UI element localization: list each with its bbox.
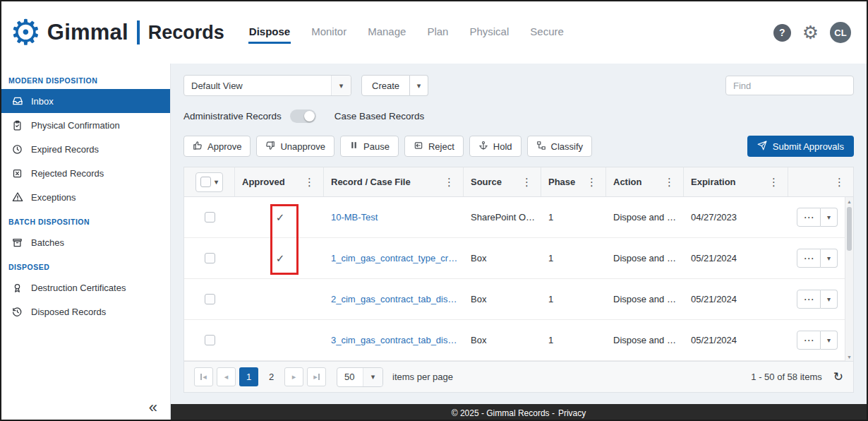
row-more-icon[interactable]: ⋯ (797, 208, 821, 227)
settings-gear-icon[interactable]: ⚙ (802, 23, 819, 42)
scrollbar-thumb[interactable] (847, 207, 852, 251)
pager-prev-button[interactable]: ◂ (217, 367, 236, 386)
column-header-phase[interactable]: Phase ⋮ (541, 167, 606, 196)
column-header-expiration[interactable]: Expiration ⋮ (684, 167, 788, 196)
help-icon[interactable]: ? (773, 24, 791, 42)
row-checkbox[interactable] (205, 253, 215, 263)
phase-cell: 1 (541, 253, 606, 263)
view-select[interactable]: Default View ▾ (183, 75, 351, 96)
table-row: 3_cim_gas_contract_tab_dis… Box 1 Dispos… (184, 320, 845, 361)
classify-button[interactable]: Classify (527, 136, 593, 157)
sidebar-item-batches[interactable]: Batches (1, 230, 170, 254)
create-split-button: Create ▾ (361, 75, 428, 96)
column-menu-icon[interactable]: ⋮ (766, 176, 782, 189)
brand-product: Records (148, 22, 224, 44)
row-menu-group: ⋯ ▾ (797, 208, 838, 227)
case-based-records-label: Case Based Records (334, 111, 425, 121)
column-header-source[interactable]: Source ⋮ (464, 167, 541, 196)
row-menu-caret-icon[interactable]: ▾ (821, 290, 838, 309)
column-menu-icon[interactable]: ⋮ (301, 176, 318, 189)
record-link[interactable]: 1_cim_gas_contract_type_cr… (331, 253, 457, 263)
sidebar-item-rejected-records[interactable]: Rejected Records (1, 161, 170, 185)
select-all-group[interactable]: ▾ (195, 172, 223, 192)
row-menu-caret-icon[interactable]: ▾ (821, 249, 838, 268)
sidebar-item-destruction-certificates[interactable]: Destruction Certificates (1, 275, 170, 300)
certificate-rosette-icon (11, 283, 23, 293)
unapprove-label: Unapprove (280, 141, 325, 152)
reject-button[interactable]: Reject (404, 136, 464, 157)
pager-page-1[interactable]: 1 (239, 367, 258, 386)
footer-copyright: © 2025 - Gimmal Records - (452, 408, 555, 418)
pager-page-2[interactable]: 2 (262, 367, 281, 386)
row-more-icon[interactable]: ⋯ (797, 331, 821, 350)
scroll-up-icon[interactable]: ▲ (845, 197, 853, 206)
column-menu-icon[interactable]: ⋮ (831, 176, 848, 189)
column-menu-icon[interactable]: ⋮ (584, 176, 600, 189)
sidebar-item-inbox[interactable]: Inbox (1, 89, 170, 113)
nav-tab-plan[interactable]: Plan (426, 21, 449, 44)
administrative-records-label: Administrative Records (183, 111, 282, 121)
pager-last-button[interactable]: ▸ (307, 367, 326, 386)
row-more-icon[interactable]: ⋯ (797, 249, 821, 268)
select-all-caret-icon[interactable]: ▾ (215, 178, 218, 186)
hold-button[interactable]: Hold (469, 136, 522, 157)
privacy-link[interactable]: Privacy (558, 408, 586, 418)
row-checkbox[interactable] (205, 335, 215, 345)
page-size-caret-icon[interactable]: ▾ (363, 368, 382, 386)
approve-button[interactable]: Approve (183, 136, 251, 157)
vertical-scrollbar[interactable]: ▲ ▼ (845, 197, 853, 361)
sidebar-item-physical-confirmation[interactable]: Physical Confirmation (1, 113, 170, 137)
page-size-select[interactable]: 50 ▾ (337, 367, 383, 387)
history-icon (11, 307, 23, 317)
refresh-icon[interactable]: ↻ (833, 369, 843, 384)
sidebar-item-disposed-records[interactable]: Disposed Records (1, 300, 170, 324)
prev-icon: ◂ (224, 372, 229, 381)
administrative-records-toggle[interactable] (290, 109, 316, 123)
row-menu-caret-icon[interactable]: ▾ (821, 208, 838, 227)
prev-icon: ◂ (203, 372, 207, 381)
classify-label: Classify (551, 141, 584, 152)
anchor-hold-icon (478, 141, 488, 153)
pager-next-button[interactable]: ▸ (284, 367, 303, 386)
brand-separator (137, 20, 140, 45)
select-all-checkbox[interactable] (200, 177, 211, 187)
approve-label: Approve (207, 141, 241, 152)
scroll-down-icon[interactable]: ▼ (845, 352, 853, 361)
thumbs-up-icon (193, 141, 203, 153)
record-link[interactable]: 3_cim_gas_contract_tab_dis… (331, 335, 457, 345)
nav-tab-dispose[interactable]: Dispose (248, 21, 291, 44)
row-menu-group: ⋯ ▾ (797, 249, 838, 268)
column-header-record[interactable]: Record / Case File ⋮ (324, 167, 464, 196)
toggle-knob (304, 111, 315, 121)
nav-tab-secure[interactable]: Secure (529, 21, 565, 44)
row-menu-caret-icon[interactable]: ▾ (821, 331, 838, 350)
row-checkbox[interactable] (205, 212, 215, 223)
column-menu-icon[interactable]: ⋮ (519, 176, 535, 189)
row-checkbox[interactable] (205, 294, 215, 304)
create-caret-icon[interactable]: ▾ (410, 75, 428, 96)
unapprove-button[interactable]: Unapprove (256, 136, 334, 157)
sidebar-item-exceptions[interactable]: Exceptions (1, 185, 170, 209)
nav-tab-physical[interactable]: Physical (469, 21, 510, 44)
column-menu-icon[interactable]: ⋮ (661, 176, 677, 189)
column-label: Record / Case File (331, 177, 411, 187)
create-button[interactable]: Create (361, 75, 410, 96)
pager-first-button[interactable]: ◂ (194, 367, 213, 386)
column-header-approved[interactable]: Approved ⋮ (235, 167, 324, 196)
column-menu-icon[interactable]: ⋮ (441, 176, 457, 189)
record-link[interactable]: 10-MB-Test (331, 212, 378, 223)
find-input[interactable] (725, 76, 854, 95)
pause-button[interactable]: Pause (340, 136, 399, 157)
gimmal-gear-logo-icon: ⚙ (10, 15, 42, 50)
row-more-icon[interactable]: ⋯ (797, 290, 821, 309)
column-header-action[interactable]: Action ⋮ (606, 167, 684, 196)
record-link[interactable]: 2_cim_gas_contract_tab_dis… (331, 294, 457, 304)
user-avatar[interactable]: CL (830, 22, 851, 43)
sidebar-item-expired-records[interactable]: Expired Records (1, 137, 170, 161)
nav-tab-monitor[interactable]: Monitor (311, 21, 347, 44)
nav-tab-manage[interactable]: Manage (367, 21, 406, 44)
sidebar-collapse-icon[interactable]: « (149, 398, 157, 417)
submit-approvals-button[interactable]: Submit Approvals (747, 136, 854, 157)
sidebar-item-label: Physical Confirmation (31, 120, 120, 131)
view-select-caret-icon[interactable]: ▾ (331, 76, 351, 95)
